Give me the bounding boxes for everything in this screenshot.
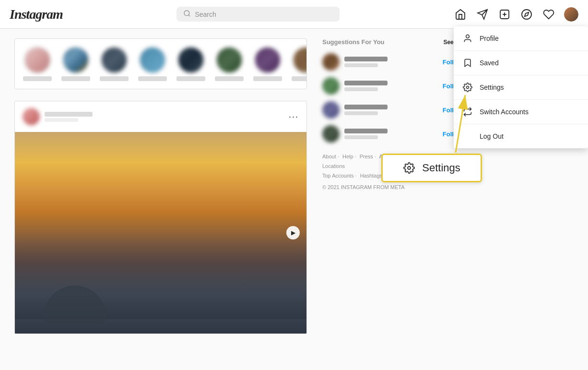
story-avatar — [62, 47, 89, 73]
story-item[interactable] — [290, 47, 307, 81]
suggestion-avatar[interactable] — [322, 77, 340, 95]
suggestion-left — [322, 53, 388, 71]
search-bar[interactable] — [176, 7, 340, 22]
logout-icon — [462, 131, 473, 142]
suggestion-avatar[interactable] — [322, 101, 340, 119]
dropdown-item-switch[interactable]: Switch Accounts — [454, 100, 588, 124]
suggestion-item: Follow — [320, 125, 464, 143]
suggestion-avatar[interactable] — [322, 53, 340, 71]
footer-link[interactable]: Locations — [322, 163, 345, 169]
story-item[interactable] — [213, 47, 245, 81]
suggestion-name — [344, 81, 388, 85]
send-icon[interactable] — [476, 8, 489, 21]
suggestions-title: Suggestions For You — [322, 38, 385, 46]
post-username-block — [45, 112, 93, 122]
stories-container — [14, 38, 307, 89]
header: Instagram — [0, 0, 588, 29]
suggestion-info — [344, 81, 388, 91]
story-username — [176, 76, 205, 81]
story-avatar — [24, 47, 51, 73]
suggestion-sub — [344, 87, 378, 91]
svg-point-11 — [408, 167, 411, 169]
heart-icon[interactable] — [542, 8, 555, 21]
plus-icon[interactable] — [498, 8, 511, 21]
bookmark-icon — [462, 58, 473, 68]
story-avatar — [177, 47, 204, 73]
story-username — [61, 76, 90, 81]
settings-highlight-box: Settings — [381, 154, 482, 182]
suggestion-name — [344, 129, 388, 133]
suggestion-left — [322, 77, 388, 95]
dropdown-item-saved[interactable]: Saved — [454, 51, 588, 75]
story-avatar — [254, 47, 281, 73]
story-item[interactable] — [137, 47, 168, 81]
story-item[interactable] — [175, 47, 207, 81]
suggestions-header: Suggestions For You See All — [320, 38, 464, 46]
suggestion-item: Follow — [320, 101, 464, 119]
home-icon[interactable] — [454, 8, 467, 21]
svg-point-7 — [522, 10, 531, 19]
suggestion-sub — [344, 111, 378, 115]
story-item[interactable] — [98, 47, 130, 81]
story-avatar — [216, 47, 243, 73]
story-item[interactable] — [60, 47, 92, 81]
post-header: ··· — [15, 101, 306, 132]
footer-link[interactable]: Help — [342, 154, 356, 159]
story-avatar — [101, 47, 128, 73]
post-username — [45, 112, 93, 117]
suggestion-sub — [344, 135, 378, 139]
suggestion-info — [344, 57, 388, 67]
dropdown-item-logout[interactable]: Log Out — [454, 124, 588, 148]
suggestion-item: Follow — [320, 53, 464, 71]
logout-label: Log Out — [480, 132, 504, 140]
switch-label: Switch Accounts — [480, 108, 529, 116]
sidebar: Suggestions For You See All Follow — [320, 38, 464, 360]
story-username — [138, 76, 167, 81]
svg-point-0 — [184, 11, 189, 16]
search-icon — [183, 10, 191, 19]
post-more-button[interactable]: ··· — [289, 112, 299, 122]
svg-point-10 — [467, 86, 469, 89]
suggestion-name — [344, 57, 388, 61]
footer-link[interactable]: Top Accounts — [322, 173, 357, 179]
suggestion-left — [322, 125, 388, 143]
compass-icon[interactable] — [520, 8, 533, 21]
suggestion-sub — [344, 63, 378, 67]
story-item[interactable] — [22, 47, 53, 81]
story-avatar — [139, 47, 166, 73]
settings-label: Settings — [480, 84, 504, 91]
switch-icon — [462, 107, 473, 117]
story-username — [23, 76, 52, 81]
profile-label: Profile — [480, 35, 499, 42]
dropdown-item-profile[interactable]: Profile — [454, 26, 588, 51]
gear-icon — [462, 82, 473, 93]
suggestion-item: Follow — [320, 77, 464, 95]
settings-highlight-icon — [403, 162, 415, 174]
post-location — [45, 118, 78, 122]
post: ··· ▶ — [14, 101, 307, 334]
suggestion-left — [322, 101, 388, 119]
svg-marker-8 — [525, 12, 529, 16]
suggestion-info — [344, 105, 388, 115]
story-avatar — [293, 47, 307, 73]
next-image-button[interactable]: ▶ — [286, 226, 300, 239]
post-avatar[interactable] — [23, 108, 40, 125]
footer-link[interactable]: About — [322, 154, 339, 159]
story-item[interactable] — [252, 47, 283, 81]
feed-area: ··· ▶ — [14, 38, 307, 360]
story-username — [253, 76, 282, 81]
instagram-logo[interactable]: Instagram — [10, 7, 63, 22]
user-avatar[interactable] — [564, 7, 578, 22]
story-username — [215, 76, 244, 81]
person-icon — [462, 33, 473, 44]
search-input[interactable] — [195, 11, 333, 18]
nav-icons — [454, 7, 578, 22]
story-username — [292, 76, 307, 81]
dropdown-item-settings[interactable]: Settings — [454, 75, 588, 100]
footer-copyright: © 2021 INSTAGRAM FROM META — [322, 184, 462, 190]
suggestion-name — [344, 105, 388, 109]
svg-line-1 — [189, 15, 190, 16]
suggestion-avatar[interactable] — [322, 125, 340, 143]
footer-link[interactable]: Press — [360, 154, 376, 159]
saved-label: Saved — [480, 59, 499, 67]
